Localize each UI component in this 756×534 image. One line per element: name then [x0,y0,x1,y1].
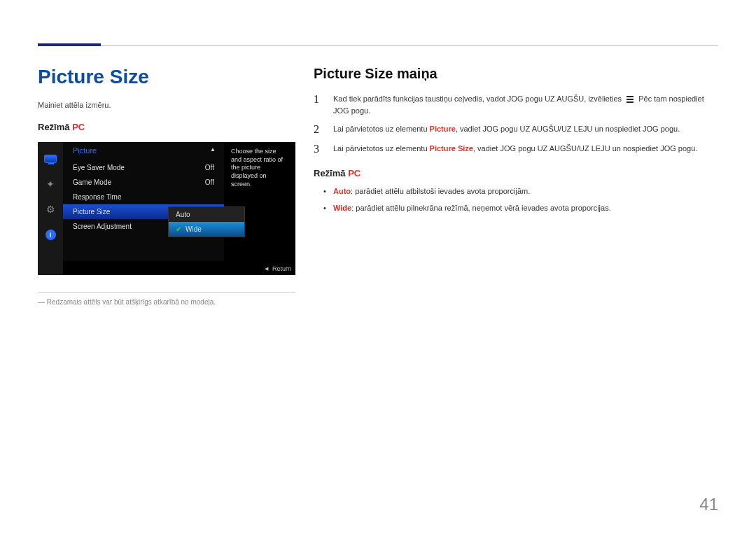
header-rule [38,45,718,45]
step-1: 1 Kad tiek parādīts funkcijas taustiņu c… [314,93,718,116]
mode-heading-left: Režīmā PC [38,122,295,132]
bullet-text: : parādiet attēlu pilnekrāna režīmā, neņ… [351,204,611,212]
osd-row-value: Off [205,164,214,171]
bullet-wide: Wide: parādiet attēlu pilnekrāna režīmā,… [333,202,718,215]
info-icon: i [43,229,57,240]
step-text: Lai pārvietotos uz elementu Picture Size… [333,143,697,155]
check-icon: ✔ [176,225,181,233]
step-number: 3 [314,143,323,155]
divider [38,292,295,293]
page: Picture Size Mainiet attēla izmēru. Režī… [0,0,756,534]
step3-keyword: Picture Size [430,144,473,153]
step2-text-b: , vadiet JOG pogu UZ AUGŠU/UZ LEJU un no… [456,125,680,133]
step-text: Kad tiek parādīts funkcijas taustiņu ceļ… [333,93,718,116]
osd-footer: ◀ Return [265,265,291,272]
osd-row-gamemode: Game Mode Off [63,175,224,190]
page-number: 41 [699,495,718,514]
osd-row-label: Eye Saver Mode [73,164,125,171]
bullet-keyword: Wide [333,204,351,212]
step-2: 2 Lai pārvietotos uz elementu Picture, v… [314,123,718,136]
osd-row-eyesaver: Eye Saver Mode Off [63,160,224,175]
up-arrow-icon: ▲ [210,146,216,153]
mode-label: Režīmā [38,122,70,132]
osd-submenu-auto: Auto [169,207,244,222]
osd-row-label: Picture Size [73,208,110,216]
menu-icon [625,96,635,103]
section-heading: Picture Size maiņa [314,66,718,82]
bullet-text: : parādiet attēlu atbilstoši ievades avo… [351,187,530,195]
footnote: ― Redzamais attēls var būt atšķirīgs atk… [38,298,295,306]
osd-submenu-label: Auto [176,211,190,218]
footnote-dash: ― [38,298,45,306]
mode-heading-right: Režīmā PC [314,168,718,178]
bullet-keyword: Auto [333,187,351,195]
step3-text-a: Lai pārvietotos uz elementu [333,144,428,153]
header-accent [38,43,101,46]
bullet-auto: Auto: parādiet attēlu atbilstoši ievades… [333,185,718,198]
footnote-text: Redzamais attēls var būt atšķirīgs atkar… [47,298,216,306]
osd-submenu-wide: ✔ Wide [169,222,244,237]
right-column: Picture Size maiņa 1 Kad tiek parādīts f… [314,66,718,306]
left-triangle-icon: ◀ [265,266,268,272]
mode-value: PC [72,122,85,132]
two-column-layout: Picture Size Mainiet attēla izmēru. Režī… [38,66,718,306]
osd-submenu-label: Wide [186,225,202,233]
step2-keyword: Picture [430,125,456,133]
step-number: 1 [314,93,323,106]
step2-text-a: Lai pārvietotos uz elementu [333,125,428,133]
step3-text-b: , vadiet JOG pogu UZ AUGŠU/UZ LEJU un no… [473,144,697,153]
osd-help-text: Choose the size and aspect ratio of the … [228,145,291,191]
gear-icon: ⚙ [43,204,57,215]
step-number: 2 [314,123,323,136]
osd-icon-sidebar: ✦ ⚙ i [38,142,63,275]
step-3: 3 Lai pārvietotos uz elementu Picture Si… [314,143,718,155]
osd-header-label: Picture [73,146,97,155]
star-icon: ✦ [43,178,57,190]
step1-text-a: Kad tiek parādīts funkcijas taustiņu ceļ… [333,94,622,103]
osd-header: Picture ▲ [63,142,224,159]
osd-row-value: Off [205,178,214,186]
osd-submenu: Auto ✔ Wide [168,206,245,237]
monitor-icon [43,153,57,164]
left-column: Picture Size Mainiet attēla izmēru. Režī… [38,66,295,306]
osd-row-label: Game Mode [73,178,111,186]
step-text: Lai pārvietotos uz elementu Picture, vad… [333,123,680,135]
osd-screenshot: ✦ ⚙ i Picture ▲ Eye Saver Mode Off [38,142,295,275]
bullet-list: Auto: parādiet attēlu atbilstoši ievades… [314,185,718,214]
mode-value: PC [348,168,360,178]
intro-text: Mainiet attēla izmēru. [38,101,295,109]
osd-row-label: Response Time [73,193,121,201]
osd-row-responsetime: Response Time [63,190,224,204]
osd-return-label: Return [272,265,291,272]
osd-panel: Picture ▲ Eye Saver Mode Off Game Mode O… [63,142,224,261]
osd-row-label: Screen Adjustment [73,223,132,230]
page-title: Picture Size [38,66,295,88]
mode-label: Režīmā [314,168,346,178]
